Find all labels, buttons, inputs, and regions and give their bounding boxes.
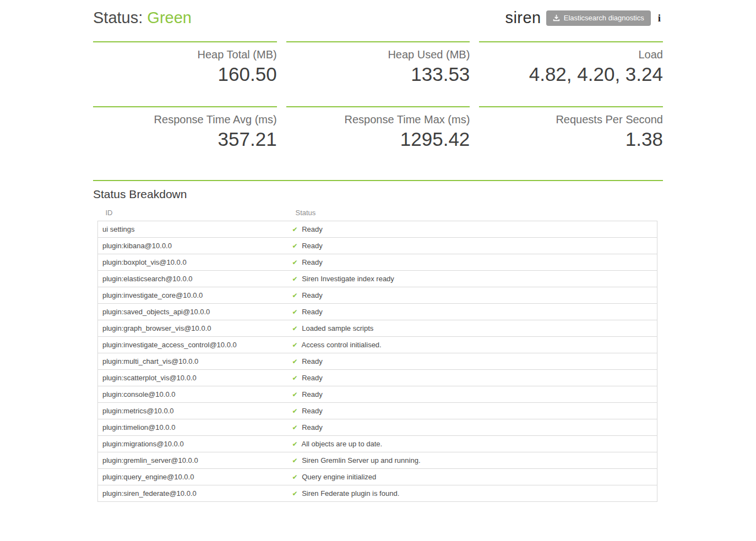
row-status-text: Ready bbox=[302, 258, 323, 266]
row-id: plugin:timelion@10.0.0 bbox=[98, 419, 288, 435]
row-id: plugin:graph_browser_vis@10.0.0 bbox=[98, 320, 288, 336]
status-table-head: ID Status bbox=[98, 206, 657, 221]
row-status-text: Ready bbox=[302, 390, 323, 398]
row-status-text: Query engine initialized bbox=[302, 473, 376, 481]
metric-panel: Response Time Avg (ms) 357.21 bbox=[93, 106, 277, 151]
row-status-text: Ready bbox=[302, 407, 323, 415]
row-status-text: Loaded sample scripts bbox=[302, 324, 373, 332]
metric-panel: Requests Per Second 1.38 bbox=[479, 106, 663, 151]
metrics-grid: Heap Total (MB) 160.50 Heap Used (MB) 13… bbox=[93, 41, 663, 151]
row-status-cell: ✔ Ready bbox=[288, 353, 657, 369]
row-status-text: Ready bbox=[302, 423, 323, 431]
row-status-text: Ready bbox=[302, 291, 323, 299]
row-id: plugin:boxplot_vis@10.0.0 bbox=[98, 254, 288, 270]
table-row: plugin:migrations@10.0.0 ✔ All objects a… bbox=[98, 435, 657, 452]
metric-label: Response Time Avg (ms) bbox=[93, 113, 277, 126]
metric-value: 4.82, 4.20, 3.24 bbox=[479, 62, 663, 86]
check-icon: ✔ bbox=[292, 391, 298, 398]
column-header-status: Status bbox=[288, 206, 657, 221]
row-status-cell: ✔ Ready bbox=[288, 419, 657, 435]
table-row: plugin:query_engine@10.0.0 ✔ Query engin… bbox=[98, 468, 657, 485]
row-status-text: Siren Investigate index ready bbox=[302, 275, 394, 283]
row-id: plugin:siren_federate@10.0.0 bbox=[98, 485, 288, 501]
elasticsearch-diagnostics-button[interactable]: Elasticsearch diagnostics bbox=[546, 10, 651, 26]
check-icon: ✔ bbox=[292, 440, 298, 448]
table-row: plugin:kibana@10.0.0 ✔ Ready bbox=[98, 237, 657, 254]
row-status-cell: ✔ All objects are up to date. bbox=[288, 435, 657, 452]
row-status-text: Siren Gremlin Server up and running. bbox=[302, 456, 420, 465]
metric-label: Requests Per Second bbox=[479, 113, 663, 126]
row-status-text: Ready bbox=[302, 357, 323, 365]
check-icon: ✔ bbox=[292, 308, 298, 316]
check-icon: ✔ bbox=[292, 457, 298, 465]
row-id: plugin:query_engine@10.0.0 bbox=[98, 468, 288, 485]
check-icon: ✔ bbox=[292, 325, 298, 332]
row-status-text: Ready bbox=[302, 242, 323, 250]
check-icon: ✔ bbox=[292, 473, 298, 481]
metric-value: 133.53 bbox=[286, 62, 470, 86]
table-row: plugin:metrics@10.0.0 ✔ Ready bbox=[98, 402, 657, 419]
row-id: plugin:multi_chart_vis@10.0.0 bbox=[98, 353, 288, 369]
row-id: ui settings bbox=[98, 221, 288, 237]
section-title: Status Breakdown bbox=[93, 188, 663, 201]
status-page: Status: Green siren Elasticsearch diagno… bbox=[93, 0, 663, 502]
check-icon: ✔ bbox=[292, 242, 298, 250]
row-status-cell: ✔ Query engine initialized bbox=[288, 468, 657, 485]
row-id: plugin:console@10.0.0 bbox=[98, 386, 288, 402]
table-row: plugin:boxplot_vis@10.0.0 ✔ Ready bbox=[98, 254, 657, 270]
row-status-text: All objects are up to date. bbox=[301, 440, 382, 448]
row-status-cell: ✔ Ready bbox=[288, 237, 657, 254]
row-status-cell: ✔ Ready bbox=[288, 369, 657, 386]
header: Status: Green siren Elasticsearch diagno… bbox=[93, 9, 663, 27]
row-id: plugin:investigate_core@10.0.0 bbox=[98, 287, 288, 303]
table-row: plugin:investigate_core@10.0.0 ✔ Ready bbox=[98, 287, 657, 303]
metric-panel: Load 4.82, 4.20, 3.24 bbox=[479, 41, 663, 86]
page-title: Status: Green bbox=[93, 9, 192, 27]
row-status-cell: ✔ Ready bbox=[288, 254, 657, 270]
check-icon: ✔ bbox=[292, 490, 298, 498]
metric-label: Response Time Max (ms) bbox=[286, 113, 470, 126]
table-row: plugin:multi_chart_vis@10.0.0 ✔ Ready bbox=[98, 353, 657, 369]
table-row: plugin:investigate_access_control@10.0.0… bbox=[98, 336, 657, 353]
brand-logo: siren bbox=[505, 9, 541, 27]
check-icon: ✔ bbox=[292, 424, 298, 431]
diagnostics-button-label: Elasticsearch diagnostics bbox=[564, 14, 644, 22]
row-id: plugin:gremlin_server@10.0.0 bbox=[98, 452, 288, 468]
metric-label: Heap Used (MB) bbox=[286, 48, 470, 61]
check-icon: ✔ bbox=[292, 259, 298, 266]
info-icon[interactable]: i bbox=[656, 12, 663, 24]
check-icon: ✔ bbox=[292, 374, 298, 382]
check-icon: ✔ bbox=[292, 341, 298, 349]
row-id: plugin:metrics@10.0.0 bbox=[98, 402, 288, 419]
download-icon bbox=[553, 14, 560, 21]
table-row: plugin:siren_federate@10.0.0 ✔ Siren Fed… bbox=[98, 485, 657, 501]
table-row: plugin:scatterplot_vis@10.0.0 ✔ Ready bbox=[98, 369, 657, 386]
row-id: plugin:kibana@10.0.0 bbox=[98, 237, 288, 254]
table-row: plugin:timelion@10.0.0 ✔ Ready bbox=[98, 419, 657, 435]
row-status-text: Access control initialised. bbox=[301, 341, 381, 349]
status-table-body: ui settings ✔ Ready plugin:kibana@10.0.0… bbox=[98, 221, 657, 501]
status-label: Status: bbox=[93, 9, 143, 26]
check-icon: ✔ bbox=[292, 226, 298, 233]
row-status-cell: ✔ Ready bbox=[288, 303, 657, 320]
row-status-text: Siren Federate plugin is found. bbox=[302, 489, 399, 498]
status-table: ID Status ui settings ✔ Ready plugin:kib… bbox=[97, 206, 657, 502]
row-status-cell: ✔ Ready bbox=[288, 287, 657, 303]
table-row: plugin:elasticsearch@10.0.0 ✔ Siren Inve… bbox=[98, 270, 657, 287]
metric-panel: Response Time Max (ms) 1295.42 bbox=[286, 106, 470, 151]
check-icon: ✔ bbox=[292, 407, 298, 415]
check-icon: ✔ bbox=[292, 292, 298, 299]
row-status-text: Ready bbox=[302, 308, 323, 316]
table-row: plugin:gremlin_server@10.0.0 ✔ Siren Gre… bbox=[98, 452, 657, 468]
check-icon: ✔ bbox=[292, 275, 298, 283]
metric-value: 160.50 bbox=[93, 62, 277, 86]
table-row: plugin:graph_browser_vis@10.0.0 ✔ Loaded… bbox=[98, 320, 657, 336]
metric-value: 357.21 bbox=[93, 127, 277, 151]
row-status-cell: ✔ Siren Federate plugin is found. bbox=[288, 485, 657, 501]
row-id: plugin:investigate_access_control@10.0.0 bbox=[98, 336, 288, 353]
metric-panel: Heap Used (MB) 133.53 bbox=[286, 41, 470, 86]
table-row: plugin:saved_objects_api@10.0.0 ✔ Ready bbox=[98, 303, 657, 320]
status-value: Green bbox=[147, 9, 192, 26]
row-status-cell: ✔ Ready bbox=[288, 221, 657, 237]
row-id: plugin:elasticsearch@10.0.0 bbox=[98, 270, 288, 287]
